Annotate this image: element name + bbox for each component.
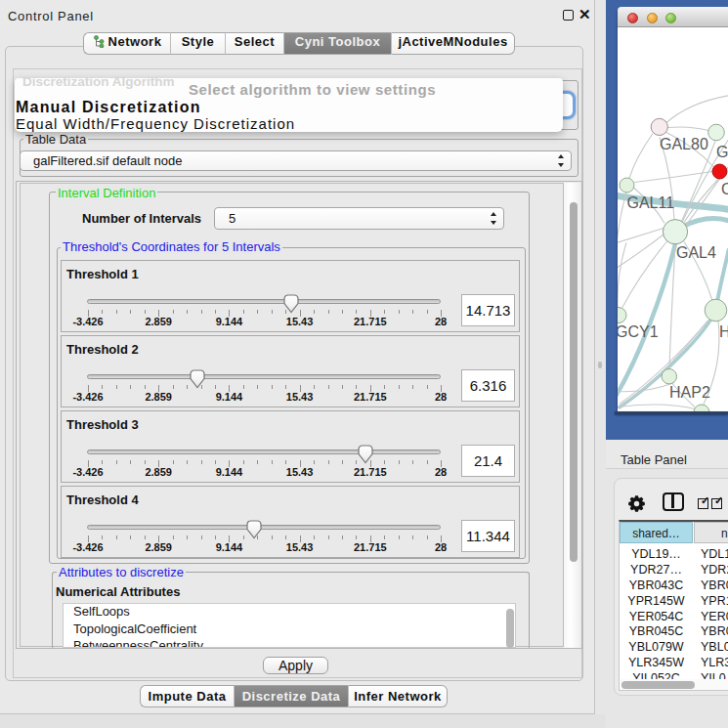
svg-text:G.: G. xyxy=(716,144,728,160)
svg-text:GAL4: GAL4 xyxy=(676,244,716,261)
svg-text:C: C xyxy=(721,181,728,197)
svg-text:HAP2: HAP2 xyxy=(669,384,710,401)
svg-text:GCY1: GCY1 xyxy=(618,323,659,340)
svg-text:GAL80: GAL80 xyxy=(660,136,708,152)
svg-text:H: H xyxy=(719,323,728,340)
svg-text:GAL11: GAL11 xyxy=(627,194,675,211)
